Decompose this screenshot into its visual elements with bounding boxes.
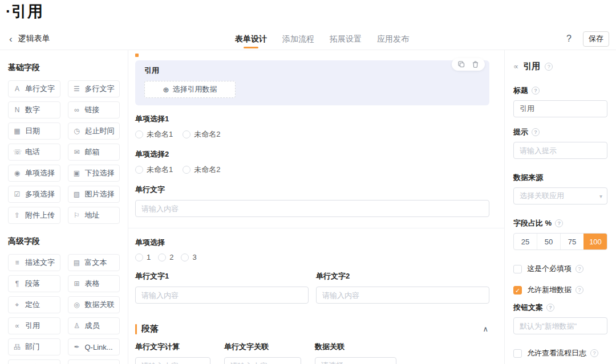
allow-add-checkbox-row[interactable]: ✓ 允许新增数据 ? <box>513 285 607 295</box>
single-line-text-2-input[interactable] <box>316 287 489 304</box>
sidebar-item-multi-select[interactable]: ☑多项选择 <box>8 186 60 203</box>
sidebar-item-single-select[interactable]: ◉单项选择 <box>8 165 60 182</box>
tab-app-publish[interactable]: 应用发布 <box>377 27 409 50</box>
single-line-text-field-1: 单行文字1 <box>135 271 309 304</box>
sidebar-item-time-range[interactable]: ◷起止时间 <box>68 122 120 140</box>
checkbox-checked-icon[interactable]: ✓ <box>513 286 522 295</box>
help-circle-icon[interactable]: ? <box>576 286 583 294</box>
width-option-75[interactable]: 75 <box>560 234 583 250</box>
checkbox-unchecked-icon[interactable] <box>513 265 522 273</box>
radio-icon[interactable] <box>183 130 191 138</box>
button-text-group: 按钮文案? <box>513 302 607 334</box>
radio-option[interactable]: 未命名2 <box>183 165 220 175</box>
sidebar-item-date[interactable]: ▦日期 <box>8 122 60 140</box>
sidebar-item-address[interactable]: ⚐地址 <box>68 207 120 224</box>
sidebar-item-image-select[interactable]: ▧图片选择 <box>68 186 120 203</box>
help-circle-icon[interactable]: ? <box>545 63 553 71</box>
title-setting-input[interactable] <box>513 100 607 117</box>
delete-icon[interactable] <box>472 61 479 68</box>
required-checkbox-row[interactable]: 这是个必填项 ? <box>513 264 607 274</box>
panel-title: 引用 <box>523 61 540 72</box>
width-option-50[interactable]: 50 <box>537 234 560 250</box>
sidebar-item-phone[interactable]: ☏电话 <box>8 144 60 161</box>
radio-icon[interactable] <box>183 166 191 174</box>
sidebar-item-multi-line-text[interactable]: ☰多行文字 <box>68 80 120 97</box>
sidebar-item-rich-text[interactable]: ▤富文本 <box>68 254 120 271</box>
plus-circle-icon: ⊕ <box>163 85 169 94</box>
radio-option[interactable]: 未命名2 <box>183 129 220 140</box>
radio-icon[interactable] <box>135 166 143 174</box>
help-circle-icon[interactable]: ? <box>555 219 563 227</box>
date-icon: ▦ <box>13 127 21 135</box>
copy-icon[interactable] <box>458 61 465 68</box>
radio-icon[interactable] <box>181 253 189 261</box>
radio-icon[interactable] <box>135 253 143 261</box>
width-option-100[interactable]: 100 <box>583 234 607 250</box>
sidebar-item-dropdown-select[interactable]: ▣下拉选择 <box>68 165 120 182</box>
single-line-text-input[interactable] <box>135 200 489 217</box>
calc-text-input[interactable] <box>135 357 210 364</box>
radio-option-label: 2 <box>169 253 173 261</box>
help-icon[interactable]: ? <box>566 34 572 44</box>
sidebar-item-q-link[interactable]: ✒Q-Link... <box>68 338 120 355</box>
radio-option[interactable]: 3 <box>181 253 196 261</box>
rich-text-icon: ▤ <box>73 259 81 267</box>
save-button[interactable]: 保存 <box>583 31 609 47</box>
sidebar-item-department[interactable]: 品部门 <box>8 338 60 355</box>
field-label: 链接 <box>85 105 100 115</box>
tab-extend-settings[interactable]: 拓展设置 <box>330 27 362 50</box>
tab-form-design[interactable]: 表单设计 <box>235 27 267 50</box>
single-line-text-1-input[interactable] <box>135 287 309 304</box>
button-text-input[interactable] <box>513 317 607 334</box>
hint-setting-input[interactable] <box>513 142 607 159</box>
sidebar-item-member[interactable]: ♙成员 <box>68 317 120 334</box>
single-line-text-2-label: 单行文字2 <box>316 271 489 281</box>
select-reference-data-button[interactable]: ⊕ 选择引用数据 <box>144 81 236 98</box>
sidebar-item-email[interactable]: ✉邮箱 <box>68 144 120 161</box>
collapse-chevron-icon[interactable]: ∧ <box>483 325 488 333</box>
checkbox-unchecked-icon[interactable] <box>513 349 522 358</box>
back-button[interactable]: ‹ 逻辑表单 <box>9 27 50 50</box>
sidebar-item-paragraph[interactable]: ¶段落 <box>8 275 60 292</box>
relation-text-input[interactable] <box>224 357 301 364</box>
sidebar-item-attachment-upload[interactable]: ⇧附件上传 <box>8 207 60 224</box>
q-link-icon: ✒ <box>73 343 81 351</box>
sidebar-item-code-block[interactable]: ‹›代码块 <box>68 359 120 364</box>
basic-fields-grid: A单行文字 ☰多行文字 N数字 ∞链接 ▦日期 ◷起止时间 ☏电话 ✉邮箱 ◉单… <box>8 80 120 224</box>
radio-option[interactable]: 未命名1 <box>135 165 173 175</box>
allow-add-label: 允许新增数据 <box>527 285 572 295</box>
sidebar-item-single-line-text[interactable]: A单行文字 <box>8 80 60 97</box>
help-circle-icon[interactable]: ? <box>590 349 598 357</box>
radio-icon[interactable] <box>135 130 143 138</box>
radio-option-label: 1 <box>147 253 151 261</box>
radio-option[interactable]: 未命名1 <box>135 129 173 140</box>
help-circle-icon[interactable]: ? <box>576 265 583 273</box>
radio-group-3: 单项选择 1 2 3 <box>135 238 489 261</box>
sidebar-item-reference[interactable]: ∝引用 <box>8 317 60 334</box>
radio-option[interactable]: 1 <box>135 253 151 261</box>
field-label: 多行文字 <box>85 84 115 94</box>
sidebar-item-description-text[interactable]: ≡描述文字 <box>8 254 60 271</box>
help-circle-icon[interactable]: ? <box>546 304 554 312</box>
sidebar-item-location[interactable]: ⌖定位 <box>8 296 60 313</box>
radio-option[interactable]: 2 <box>158 253 173 261</box>
single-line-text-1-label: 单行文字1 <box>135 271 309 281</box>
calc-text-field: 单行文字计算 <box>135 342 210 364</box>
reference-field-block-selected[interactable]: 引用 ⊕ 选择引用数据 <box>135 60 489 105</box>
data-relation-select[interactable]: 请选择 ▾ <box>315 357 396 364</box>
sidebar-item-number[interactable]: N数字 <box>8 101 60 118</box>
table-icon: ⊞ <box>73 280 81 288</box>
width-option-25[interactable]: 25 <box>514 234 537 250</box>
help-circle-icon[interactable]: ? <box>532 87 540 95</box>
help-circle-icon[interactable]: ? <box>532 128 540 136</box>
sidebar-item-link[interactable]: ∞链接 <box>68 101 120 118</box>
radio-icon[interactable] <box>158 253 166 261</box>
sidebar-item-ocr-text[interactable]: ⊡文字识别 <box>8 359 60 364</box>
tab-add-flow[interactable]: 添加流程 <box>282 27 314 50</box>
data-source-select[interactable]: 选择关联应用 ▾ <box>513 187 607 205</box>
attachment-upload-icon: ⇧ <box>13 211 21 219</box>
sidebar-item-table[interactable]: ⊞表格 <box>68 275 120 292</box>
flow-log-checkbox-row[interactable]: 允许查看流程日志 ? <box>513 348 607 358</box>
sidebar-item-data-relation[interactable]: ◎数据关联 <box>68 296 120 313</box>
panel-header: ∝ 引用 ? <box>513 61 607 72</box>
